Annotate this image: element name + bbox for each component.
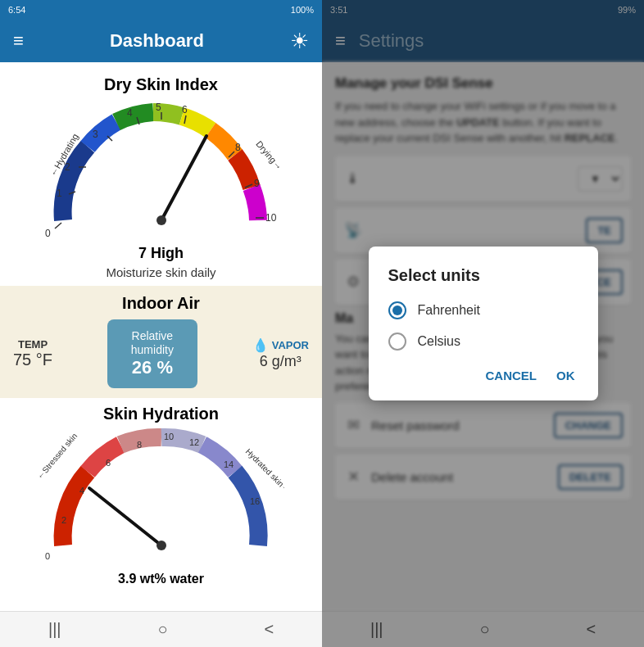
svg-text:6: 6	[182, 104, 188, 115]
svg-line-35	[89, 488, 161, 545]
left-nav-menu[interactable]: |||	[48, 620, 61, 639]
indoor-air-title: Indoor Air	[13, 294, 309, 313]
dry-skin-gauge: 0 1 2 3 4 5 6 8	[8, 97, 314, 245]
left-nav-home[interactable]: ○	[157, 620, 167, 639]
dialog-ok-button[interactable]: OK	[553, 364, 578, 387]
skin-gauge-label: 3.9 wt% water	[0, 572, 322, 586]
status-bar-left: 6:54 100%	[0, 0, 322, 20]
dialog-overlay: Select units Fahrenheit Celsius CANCEL O…	[322, 0, 644, 647]
left-nav-back[interactable]: <	[264, 620, 274, 639]
water-drop-icon: 💧	[252, 337, 269, 353]
svg-text:9: 9	[254, 178, 260, 189]
vapor-label: VAPOR	[272, 339, 309, 351]
skin-hydration-section: Skin Hydration 0 2 4 6 8 10	[0, 398, 322, 593]
svg-text:8: 8	[137, 440, 142, 450]
temp-block: TEMP 75 °F	[13, 338, 52, 369]
dry-skin-gauge-label: 7 High	[0, 245, 322, 262]
svg-text:1: 1	[57, 188, 62, 199]
radio-celsius[interactable]	[388, 333, 406, 351]
left-content: Dry Skin Index	[0, 62, 322, 611]
temp-label: TEMP	[13, 338, 52, 351]
dialog-option-celsius[interactable]: Celsius	[388, 333, 578, 351]
svg-text:←Stressed skin: ←Stressed skin	[39, 431, 79, 481]
svg-text:14: 14	[224, 459, 234, 469]
humidity-block: Relativehumidity 26 %	[107, 319, 197, 388]
humidity-value: 26 %	[122, 357, 183, 378]
radio-fahrenheit[interactable]	[388, 301, 406, 319]
svg-text:3: 3	[93, 129, 98, 140]
left-nav-bar: ||| ○ <	[0, 611, 322, 647]
left-battery: 100%	[291, 5, 314, 15]
skin-gauge-svg: 0 2 4 6 8 10 12 14 16 ←Stressed skin Hyd…	[39, 427, 284, 566]
vapor-value: 6 g/m³	[252, 353, 309, 370]
svg-text:5: 5	[156, 102, 161, 113]
left-header: ≡ Dashboard ☀	[0, 20, 322, 62]
select-units-dialog: Select units Fahrenheit Celsius CANCEL O…	[369, 247, 598, 400]
dry-skin-title: Dry Skin Index	[0, 75, 322, 94]
svg-text:8: 8	[235, 142, 241, 153]
svg-text:2: 2	[65, 161, 70, 173]
dry-skin-gauge-svg: 0 1 2 3 4 5 6 8	[39, 102, 284, 241]
fahrenheit-label: Fahrenheit	[418, 303, 481, 318]
svg-text:4: 4	[79, 486, 84, 495]
indoor-air-section: Indoor Air TEMP 75 °F Relativehumidity 2…	[0, 286, 322, 398]
radio-fahrenheit-inner	[392, 305, 402, 315]
svg-line-22	[161, 136, 206, 220]
right-panel: 3:51 99% ≡ Settings Manage your DSI Sens…	[322, 0, 644, 647]
svg-text:10: 10	[164, 432, 174, 441]
svg-line-0	[55, 223, 61, 228]
svg-text:12: 12	[189, 437, 199, 447]
humidity-label: Relativehumidity	[122, 329, 183, 357]
left-panel: 6:54 100% ≡ Dashboard ☀ Dry Skin Index	[0, 0, 322, 647]
left-header-title: Dashboard	[110, 30, 204, 52]
svg-text:10: 10	[265, 212, 277, 224]
svg-point-23	[156, 215, 166, 225]
svg-text:4: 4	[127, 107, 133, 119]
skin-hydration-title: Skin Hydration	[0, 405, 322, 423]
svg-text:0: 0	[45, 228, 51, 239]
dry-skin-gauge-subtitle: Moisturize skin daily	[0, 265, 322, 279]
left-time: 6:54	[8, 5, 25, 15]
dialog-cancel-button[interactable]: CANCEL	[483, 364, 541, 387]
celsius-label: Celsius	[418, 334, 460, 349]
vapor-block: 💧 VAPOR 6 g/m³	[252, 337, 309, 370]
skin-gauge-container: 0 2 4 6 8 10 12 14 16 ←Stressed skin Hyd…	[0, 427, 322, 570]
svg-text:Drying→: Drying→	[254, 138, 284, 171]
svg-text:0: 0	[45, 551, 50, 561]
left-menu-icon[interactable]: ≡	[13, 30, 24, 52]
svg-text:16: 16	[250, 496, 260, 506]
temp-value: 75 °F	[13, 351, 52, 369]
sun-icon: ☀	[290, 29, 309, 54]
svg-text:6: 6	[106, 458, 111, 468]
svg-text:2: 2	[61, 515, 66, 525]
indoor-air-row: TEMP 75 °F Relativehumidity 26 % 💧 VAPOR…	[13, 319, 309, 388]
dialog-actions: CANCEL OK	[388, 364, 578, 387]
dialog-option-fahrenheit[interactable]: Fahrenheit	[388, 301, 578, 319]
svg-point-36	[156, 541, 166, 550]
dialog-title: Select units	[388, 266, 578, 285]
